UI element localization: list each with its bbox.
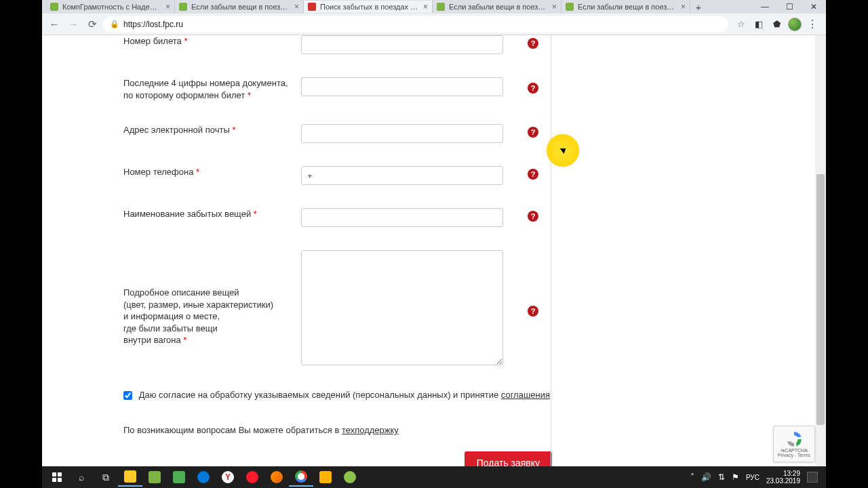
vertical-scrollbar[interactable] bbox=[815, 35, 826, 466]
items-input[interactable] bbox=[301, 208, 503, 227]
close-icon[interactable]: × bbox=[423, 3, 428, 11]
consent-checkbox[interactable] bbox=[123, 391, 132, 400]
tab-label: КомпГрамотность с Надеждой bbox=[62, 3, 161, 11]
notifications-button[interactable] bbox=[807, 472, 818, 483]
row-items: Наименование забытых вещей * ? bbox=[123, 201, 564, 243]
new-tab-button[interactable]: + bbox=[690, 1, 707, 13]
start-button[interactable] bbox=[45, 468, 69, 487]
support-row: По возникающим вопросам Вы можете обрати… bbox=[123, 407, 564, 442]
close-icon[interactable]: × bbox=[294, 3, 299, 11]
close-icon[interactable]: × bbox=[681, 3, 686, 11]
help-icon[interactable]: ? bbox=[528, 306, 538, 317]
help-icon[interactable]: ? bbox=[528, 127, 538, 138]
date-text: 23.03.2019 bbox=[766, 477, 800, 485]
reload-button[interactable]: ⟳ bbox=[84, 16, 100, 33]
recaptcha-brand: reCAPTCHA bbox=[781, 448, 808, 453]
favicon bbox=[179, 3, 187, 11]
app-opera[interactable] bbox=[240, 468, 264, 487]
tray-speaker-icon[interactable]: 🔊 bbox=[701, 472, 711, 482]
page-viewport: Номер билета * ? Последние 4 цифры номер… bbox=[42, 35, 826, 466]
row-description: Подробное описание вещей (цвет, размер, … bbox=[123, 243, 564, 384]
doc4-input[interactable] bbox=[301, 77, 503, 96]
maximize-button[interactable]: ☐ bbox=[777, 0, 802, 14]
minimize-button[interactable]: — bbox=[753, 0, 777, 14]
recaptcha-icon bbox=[785, 430, 803, 448]
clock[interactable]: 13:29 23.03.2019 bbox=[766, 470, 800, 485]
app-mail[interactable] bbox=[313, 468, 338, 487]
extension-icon-2[interactable]: ⬟ bbox=[770, 18, 783, 30]
windows-icon bbox=[52, 472, 62, 482]
tab-label: Если забыли вещи в поезде РЖ bbox=[191, 3, 290, 11]
app-green-2[interactable] bbox=[338, 468, 362, 487]
help-icon[interactable]: ? bbox=[528, 83, 538, 94]
bookmark-star-icon[interactable]: ☆ bbox=[735, 18, 747, 30]
recaptcha-badge[interactable]: reCAPTCHA Privacy - Terms bbox=[773, 426, 815, 462]
consent-link[interactable]: соглашения bbox=[501, 390, 550, 400]
menu-icon[interactable]: ⋮ bbox=[807, 18, 818, 30]
support-link[interactable]: техподдержку bbox=[342, 425, 399, 435]
close-icon[interactable]: × bbox=[552, 3, 557, 11]
help-icon[interactable]: ? bbox=[528, 211, 538, 222]
extension-icon-1[interactable]: ◧ bbox=[753, 18, 765, 30]
consent-text: Даю согласие на обработку указываемых св… bbox=[139, 390, 501, 400]
file-explorer[interactable] bbox=[118, 468, 142, 487]
tab-2-active[interactable]: Поиск забытых в поездах веще × bbox=[304, 1, 433, 13]
svg-rect-0 bbox=[52, 472, 56, 476]
app-libreoffice[interactable] bbox=[142, 468, 167, 487]
app-chrome[interactable] bbox=[289, 468, 313, 487]
tab-label: Если забыли вещи в поезде РЖ bbox=[578, 3, 677, 11]
window-controls: — ☐ ✕ bbox=[753, 0, 826, 14]
help-icon[interactable]: ? bbox=[528, 38, 538, 49]
submit-button[interactable]: Подать заявку bbox=[465, 451, 552, 466]
row-email: Адрес электронной почты * ? bbox=[123, 117, 564, 159]
scroll-thumb[interactable] bbox=[816, 174, 825, 425]
address-bar[interactable]: 🔒 https://lost.fpc.ru bbox=[103, 16, 728, 33]
email-label: Адрес электронной почты * bbox=[123, 124, 301, 136]
ticket-input[interactable] bbox=[301, 35, 503, 54]
browser-window: КомпГрамотность с Надеждой × Если забыли… bbox=[42, 0, 826, 466]
tab-0[interactable]: КомпГрамотность с Надеждой × bbox=[46, 1, 175, 13]
tab-label: Поиск забытых в поездах веще bbox=[320, 3, 419, 11]
tab-strip: КомпГрамотность с Надеждой × Если забыли… bbox=[42, 0, 826, 14]
help-icon[interactable]: ? bbox=[528, 169, 538, 180]
tab-4[interactable]: Если забыли вещи в поезде РЖ × bbox=[561, 1, 690, 13]
svg-rect-3 bbox=[58, 478, 62, 482]
tab-3[interactable]: Если забыли вещи в поезде РЖ × bbox=[433, 1, 561, 13]
phone-label: Номер телефона * bbox=[123, 166, 301, 178]
page-content: Номер билета * ? Последние 4 цифры номер… bbox=[42, 35, 815, 466]
items-label: Наименование забытых вещей * bbox=[123, 208, 301, 220]
app-firefox[interactable] bbox=[264, 468, 289, 487]
app-green-1[interactable] bbox=[167, 468, 191, 487]
favicon bbox=[308, 3, 316, 11]
url-text: https://lost.fpc.ru bbox=[123, 20, 183, 29]
favicon bbox=[437, 3, 445, 11]
tab-label: Если забыли вещи в поезде РЖ bbox=[449, 3, 548, 11]
search-button[interactable]: ⌕ bbox=[69, 468, 94, 487]
tray-network-icon[interactable]: ⇅ bbox=[718, 472, 725, 482]
lost-items-form: Номер билета * ? Последние 4 цифры номер… bbox=[123, 35, 564, 466]
app-yandex[interactable]: Y bbox=[216, 468, 240, 487]
tray-chevron-icon[interactable]: ˄ bbox=[690, 472, 694, 482]
description-label: Подробное описание вещей (цвет, размер, … bbox=[123, 250, 301, 346]
back-button[interactable]: ← bbox=[46, 16, 62, 33]
svg-rect-2 bbox=[52, 478, 56, 482]
submit-row: Подать заявку bbox=[123, 442, 564, 466]
time-text: 13:29 bbox=[766, 470, 800, 477]
task-view-button[interactable]: ⧉ bbox=[94, 468, 118, 487]
profile-avatar[interactable] bbox=[788, 18, 802, 31]
app-edge[interactable] bbox=[191, 468, 216, 487]
toolbar-right: ☆ ◧ ⬟ ⋮ bbox=[731, 18, 822, 31]
row-doc4: Последние 4 цифры номера документа, по к… bbox=[123, 70, 564, 117]
tab-1[interactable]: Если забыли вещи в поезде РЖ × bbox=[175, 1, 304, 13]
forward-button[interactable]: → bbox=[65, 16, 81, 33]
phone-input[interactable] bbox=[301, 166, 503, 185]
language-indicator[interactable]: РУС bbox=[746, 474, 760, 481]
taskbar: ⌕ ⧉ Y ˄ 🔊 ⇅ ⚑ РУС 13:29 23.03.2019 bbox=[42, 466, 826, 488]
tray-defender-icon[interactable]: ⚑ bbox=[732, 472, 739, 482]
row-phone: Номер телефона * ? bbox=[123, 159, 564, 201]
close-icon[interactable]: × bbox=[165, 3, 170, 11]
description-textarea[interactable] bbox=[301, 250, 503, 365]
close-window-button[interactable]: ✕ bbox=[802, 0, 826, 14]
row-ticket: Номер билета * ? bbox=[123, 35, 564, 70]
email-input[interactable] bbox=[301, 124, 503, 143]
